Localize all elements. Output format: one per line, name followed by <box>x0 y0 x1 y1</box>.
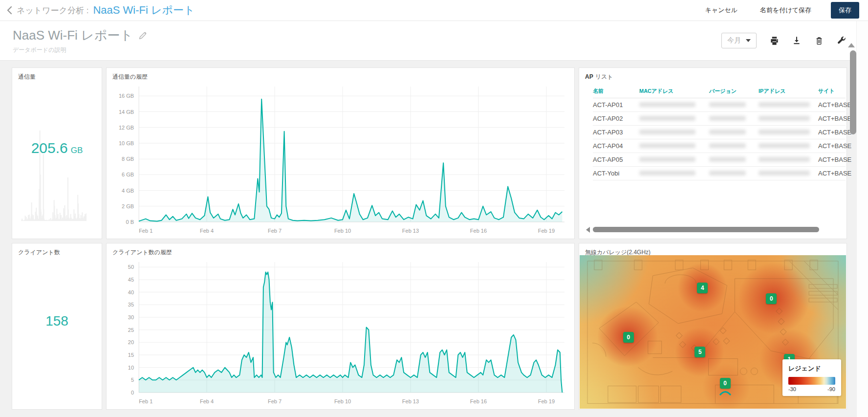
ap-table-horizontal-scrollbar <box>586 227 819 232</box>
save-as-button[interactable]: 名前を付けて保存 <box>757 5 814 15</box>
cancel-button[interactable]: キャンセル <box>702 5 741 15</box>
ap-marker[interactable]: 0 <box>720 378 731 389</box>
ap-version-blurred <box>709 143 746 148</box>
svg-text:Feb 19: Feb 19 <box>538 228 555 234</box>
svg-text:Feb 7: Feb 7 <box>268 398 282 404</box>
scroll-up-arrow-icon[interactable] <box>848 43 855 47</box>
svg-text:0: 0 <box>131 390 134 395</box>
period-dropdown[interactable]: 今月 <box>721 33 757 48</box>
svg-text:0 B: 0 B <box>126 219 134 225</box>
column-header[interactable]: IPアドレス <box>759 88 818 95</box>
ap-mac-address-blurred <box>639 143 695 148</box>
clients-history-chart: 05101520253035404550Feb 1Feb 4Feb 7Feb 1… <box>108 255 572 407</box>
ap-marker[interactable]: 0 <box>766 293 777 304</box>
svg-text:Feb 13: Feb 13 <box>402 398 419 404</box>
svg-text:40: 40 <box>128 289 134 295</box>
print-icon[interactable] <box>769 36 779 45</box>
breadcrumb-label[interactable]: ネットワーク分析 : <box>17 5 88 16</box>
dashboard-title: NaaS Wi-Fi レポート <box>13 27 133 44</box>
ap-list-title: APリスト <box>579 68 846 81</box>
download-icon[interactable] <box>792 36 802 45</box>
column-header[interactable]: バージョン <box>709 88 759 95</box>
column-header[interactable]: サイト <box>818 88 846 95</box>
ap-marker[interactable]: 5 <box>694 347 705 357</box>
ap-ip-address-blurred <box>759 157 810 162</box>
ap-version-blurred <box>709 102 746 107</box>
svg-text:Feb 4: Feb 4 <box>200 398 214 404</box>
table-row[interactable]: ACT-AP03ACT+BASE <box>593 126 846 139</box>
column-header[interactable]: 名前 <box>593 88 639 95</box>
coverage-title: 無線カバレッジ(2.4GHz) <box>579 243 846 257</box>
ap-mac-address <box>639 101 709 109</box>
ap-ip-address <box>759 115 818 122</box>
wrench-icon[interactable] <box>837 36 846 45</box>
ap-table-header: 名前MACアドレスバージョンIPアドレスサイト <box>593 85 846 98</box>
ap-ip-address-blurred <box>759 102 810 107</box>
svg-text:5: 5 <box>131 377 134 383</box>
svg-text:10: 10 <box>128 365 134 371</box>
topbar-actions: キャンセル 名前を付けて保存 保存 <box>702 2 859 19</box>
dashboard-toolbar: 今月 <box>721 33 846 48</box>
ap-ip-address <box>759 170 818 177</box>
coverage-heatmap[interactable]: 400510 レジェンド -30 -90 <box>580 255 846 409</box>
chevron-down-icon <box>746 39 751 42</box>
dashboard-title-block: NaaS Wi-Fi レポート データボードの説明 <box>13 27 147 54</box>
clients-history-card: クライアント数の履歴 05101520253035404550Feb 1Feb … <box>106 243 575 410</box>
ap-ip-address-blurred <box>759 116 810 121</box>
ap-version-blurred <box>709 157 746 162</box>
ap-site: ACT+BASE <box>818 156 851 163</box>
traffic-history-chart: 0 B2 GB4 GB6 GB8 GB10 GB12 GB14 GB16 GBF… <box>108 80 572 237</box>
ap-version <box>709 101 759 109</box>
ap-name: ACT-AP02 <box>593 115 639 122</box>
horizontal-scrollbar-thumb[interactable] <box>593 227 819 232</box>
table-row[interactable]: ACT-AP04ACT+BASE <box>593 139 846 153</box>
legend-gradient-bar <box>788 377 835 385</box>
ap-name: ACT-AP03 <box>593 129 639 136</box>
ap-name: ACT-AP04 <box>593 142 639 150</box>
topbar: ネットワーク分析 : NaaS Wi-Fi レポート キャンセル 名前を付けて保… <box>0 0 868 21</box>
svg-text:10 GB: 10 GB <box>119 140 134 146</box>
wifi-arc-icon <box>719 390 732 395</box>
ap-name: ACT-AP01 <box>593 101 639 109</box>
table-row[interactable]: ACT-AP01ACT+BASE <box>593 98 846 112</box>
ap-marker[interactable]: 4 <box>697 283 708 293</box>
ap-version <box>709 156 759 163</box>
table-row[interactable]: ACT-YobiACT+BASE <box>593 167 846 180</box>
column-header[interactable]: MACアドレス <box>639 88 709 95</box>
ap-marker[interactable]: 0 <box>623 332 634 343</box>
coverage-card: 無線カバレッジ(2.4GHz) <box>579 243 847 410</box>
ap-ip-address <box>759 156 818 163</box>
page-title: NaaS Wi-Fi レポート <box>93 3 195 18</box>
ap-name: ACT-Yobi <box>593 170 639 177</box>
save-button[interactable]: 保存 <box>831 2 859 19</box>
trash-icon[interactable] <box>814 36 824 45</box>
svg-text:Feb 13: Feb 13 <box>402 228 419 234</box>
table-row[interactable]: ACT-AP05ACT+BASE <box>593 153 846 167</box>
svg-text:12 GB: 12 GB <box>119 125 134 131</box>
svg-text:4 GB: 4 GB <box>122 188 134 194</box>
ap-version-blurred <box>709 130 746 134</box>
ap-version <box>709 142 759 150</box>
ap-mac-address <box>639 156 709 163</box>
svg-text:Feb 16: Feb 16 <box>470 228 487 234</box>
ap-ip-address <box>759 142 818 150</box>
table-row[interactable]: ACT-AP02ACT+BASE <box>593 112 846 126</box>
dashboard-page: { "topbar": { "back_icon": "chevron-left… <box>0 0 868 417</box>
svg-text:Feb 1: Feb 1 <box>139 228 152 234</box>
ap-version-blurred <box>709 171 746 176</box>
svg-text:20: 20 <box>128 339 134 345</box>
ap-mac-address-blurred <box>639 116 695 121</box>
dashboard-content: 通信量 205.6GB 通信量の履歴 0 B2 GB4 GB6 GB8 GB10… <box>12 67 847 410</box>
edit-pencil-icon[interactable] <box>139 31 147 40</box>
ap-site: ACT+BASE <box>818 115 851 122</box>
svg-text:30: 30 <box>128 314 134 320</box>
scroll-left-arrow-icon[interactable] <box>586 227 590 233</box>
ap-list-card: APリスト 名前MACアドレスバージョンIPアドレスサイトACT-AP01ACT… <box>579 67 847 239</box>
traffic-card-title: 通信量 <box>12 68 102 81</box>
period-value: 今月 <box>727 36 741 45</box>
vertical-scrollbar-thumb[interactable] <box>850 50 856 134</box>
chevron-left-icon[interactable] <box>7 6 12 15</box>
svg-text:45: 45 <box>128 277 134 283</box>
svg-text:Feb 16: Feb 16 <box>470 398 487 404</box>
svg-text:16 GB: 16 GB <box>119 93 134 99</box>
